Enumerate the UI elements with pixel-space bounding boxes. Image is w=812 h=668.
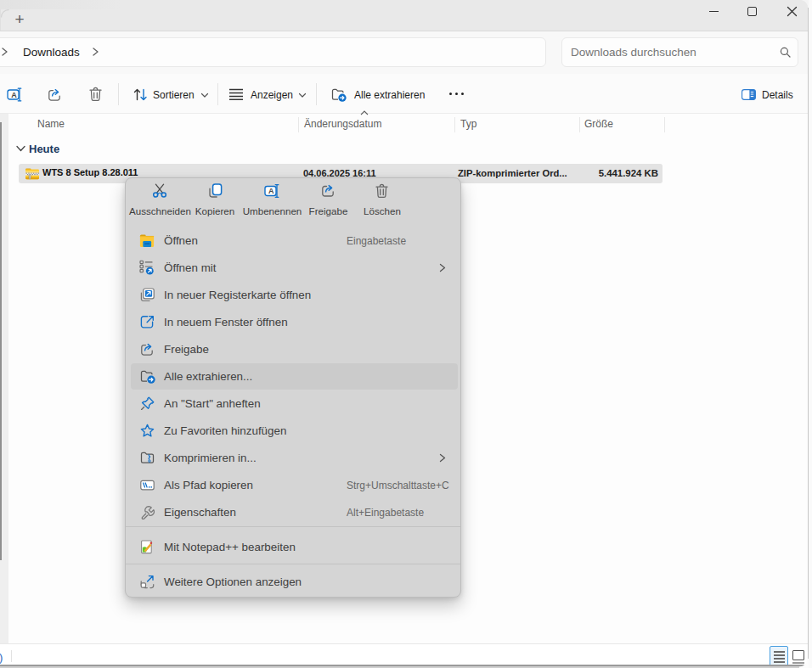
svg-text:A: A bbox=[11, 91, 17, 99]
svg-text:A: A bbox=[268, 187, 274, 195]
